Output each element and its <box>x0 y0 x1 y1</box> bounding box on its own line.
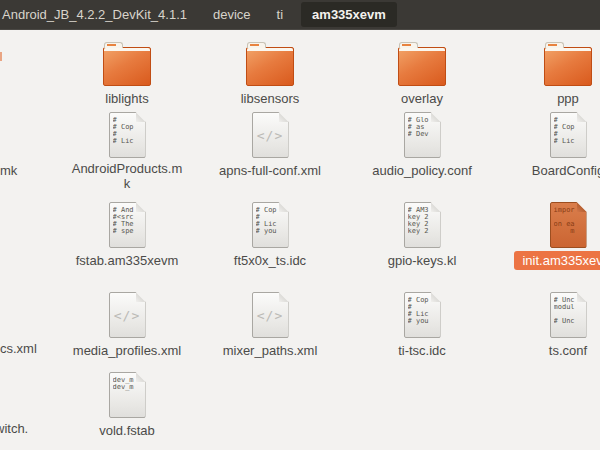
folder-icon <box>246 47 294 86</box>
text-file-icon: # Glo # as # Dev <box>404 112 441 158</box>
file-init-am335xevm-selected[interactable]: impor on ea m init.am335xevm <box>503 200 600 270</box>
icon-text-line: dev_m <box>113 377 145 384</box>
icon-text-line: # And <box>113 207 145 214</box>
file-fstab-am335xevm[interactable]: # And #<src # The # spe fstab.am335xevm <box>62 200 192 269</box>
icon-text-line: # Lic <box>256 221 288 228</box>
file-ti-tsc-idc[interactable]: # Cop # # Lic # you ti-tsc.idc <box>357 290 487 359</box>
file-label: mixer_paths.xml <box>223 343 318 358</box>
text-file-icon: dev_m dev_m <box>109 372 146 418</box>
file-vold-fstab[interactable]: dev_m dev_m vold.fstab <box>62 370 192 439</box>
file-boardconfig[interactable]: # # Cop # # Lic BoardConfig <box>503 110 600 179</box>
clipped-file-label-cs-xml[interactable]: cs.xml <box>0 341 37 356</box>
file-gpio-keys-kl[interactable]: # AM3 key 2 key 2 key 2 gpio-keys.kl <box>357 200 487 269</box>
file-label: ti-tsc.idc <box>398 343 446 358</box>
icon-text-line: # Cop <box>554 124 586 131</box>
file-ts-conf[interactable]: # Unc modul # Unc ts.conf <box>503 290 600 359</box>
icon-text-line: # <box>554 117 586 124</box>
folder-label: ppp <box>557 91 579 106</box>
xml-file-icon: </> <box>252 112 289 158</box>
code-glyph: </> <box>253 113 288 157</box>
file-media-profiles-xml[interactable]: </> media_profiles.xml <box>62 290 192 359</box>
file-ft5x0x-ts-idc[interactable]: # Cop # # Lic # you ft5x0x_ts.idc <box>205 200 335 269</box>
clipped-folder-icon-edge <box>0 52 2 61</box>
icon-text-line: # spe <box>113 228 145 235</box>
icon-text-line: # AM3 <box>408 207 440 214</box>
file-audio-policy-conf[interactable]: # Glo # as # Dev audio_policy.conf <box>357 110 487 179</box>
file-apns-full-conf-xml[interactable]: </> apns-full-conf.xml <box>205 110 335 179</box>
icon-text-line: key 2 <box>408 228 440 235</box>
icon-text-line <box>554 214 586 221</box>
icon-text-line: # <box>256 214 288 221</box>
breadcrumb-item-device[interactable]: device <box>213 7 251 22</box>
icon-text-line: # <box>113 117 145 124</box>
folder-ppp[interactable]: ppp <box>503 38 600 107</box>
folder-libsensors[interactable]: libsensors <box>205 38 335 107</box>
selected-file-label: init.am335xevm <box>514 251 600 270</box>
text-file-icon: # Unc modul # Unc <box>550 292 587 338</box>
folder-icon <box>544 47 592 86</box>
folder-icon <box>103 47 151 86</box>
breadcrumb: Android_JB_4.2.2_DevKit_4.1.1 device ti … <box>0 0 600 30</box>
icon-text-line: # as <box>408 124 440 131</box>
icon-text-line: # Lic <box>113 138 145 145</box>
icon-text-line: # <box>408 304 440 311</box>
file-mixer-paths-xml[interactable]: </> mixer_paths.xml <box>205 290 335 359</box>
folder-label: overlay <box>401 91 443 106</box>
icon-text-line: modul <box>554 304 586 311</box>
icon-text-line: # Lic <box>408 311 440 318</box>
icon-text-line: # Dev <box>408 131 440 138</box>
icon-text-line: # Cop <box>256 207 288 214</box>
file-label: ft5x0x_ts.idc <box>234 253 306 268</box>
icon-text-line: # Lic <box>554 138 586 145</box>
file-androidproducts-mk[interactable]: # # Cop # # Lic AndroidProducts.mk <box>62 110 192 192</box>
folder-icon <box>398 47 446 86</box>
icon-text-line <box>554 311 586 318</box>
icon-text-line: key 2 <box>408 221 440 228</box>
file-manager-window: Android_JB_4.2.2_DevKit_4.1.1 device ti … <box>0 0 600 450</box>
icon-text-line: m <box>554 228 586 235</box>
file-label: fstab.am335xevm <box>76 253 179 268</box>
breadcrumb-item-devkit[interactable]: Android_JB_4.2.2_DevKit_4.1.1 <box>2 7 187 22</box>
icon-text-line: # Cop <box>408 297 440 304</box>
clipped-file-label-mk[interactable]: mk <box>0 163 17 178</box>
file-label: BoardConfig <box>532 163 600 178</box>
icon-text-line: # Glo <box>408 117 440 124</box>
text-file-icon: # # Cop # # Lic <box>550 112 587 158</box>
icon-text-line: impor <box>554 207 586 214</box>
breadcrumb-item-ti[interactable]: ti <box>277 7 284 22</box>
icon-text-line: # you <box>408 318 440 325</box>
text-file-icon: # # Cop # # Lic <box>109 112 146 158</box>
icon-text-line: dev_m <box>113 384 145 391</box>
folder-liblights[interactable]: liblights <box>62 38 192 107</box>
file-label: media_profiles.xml <box>73 343 181 358</box>
text-file-icon: # Cop # # Lic # you <box>252 202 289 248</box>
file-label: AndroidProducts.mk <box>70 161 184 191</box>
folder-overlay[interactable]: overlay <box>357 38 487 107</box>
file-label: vold.fstab <box>99 423 155 438</box>
clipped-file-label-witch[interactable]: witch. <box>0 421 28 436</box>
file-label: apns-full-conf.xml <box>219 163 321 178</box>
code-glyph: </> <box>110 293 145 337</box>
xml-file-icon: </> <box>252 292 289 338</box>
text-file-icon: # And #<src # The # spe <box>109 202 146 248</box>
breadcrumb-item-am335xevm-current[interactable]: am335xevm <box>301 2 397 27</box>
icon-text-line: # Unc <box>554 297 586 304</box>
file-label: audio_policy.conf <box>372 163 472 178</box>
icon-text-line: # <box>554 131 586 138</box>
text-file-icon: # Cop # # Lic # you <box>404 292 441 338</box>
icon-text-line: #<src <box>113 214 145 221</box>
file-label: gpio-keys.kl <box>388 253 457 268</box>
folder-label: libsensors <box>241 91 300 106</box>
folder-label: liblights <box>105 91 148 106</box>
selected-text-file-icon: impor on ea m <box>550 202 587 248</box>
code-glyph: </> <box>253 293 288 337</box>
file-label: ts.conf <box>549 343 587 358</box>
icon-text-line: # Unc <box>554 318 586 325</box>
text-file-icon: # AM3 key 2 key 2 key 2 <box>404 202 441 248</box>
icon-text-line: # The <box>113 221 145 228</box>
icon-text-line: # you <box>256 228 288 235</box>
icon-text-line: key 2 <box>408 214 440 221</box>
icon-text-line: # <box>113 131 145 138</box>
xml-file-icon: </> <box>109 292 146 338</box>
icon-text-line: # Cop <box>113 124 145 131</box>
